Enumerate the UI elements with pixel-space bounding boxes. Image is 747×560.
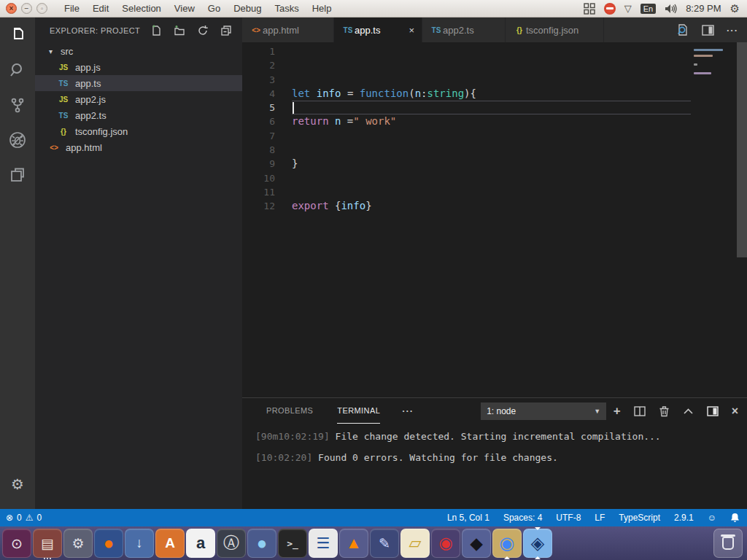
tab-close-icon[interactable]: × <box>404 25 414 36</box>
new-folder-icon[interactable] <box>174 25 185 36</box>
kill-terminal-trash-icon[interactable] <box>659 405 670 417</box>
color-picker-icon[interactable]: ✎ <box>370 529 399 558</box>
terminal-app-icon[interactable]: >_ <box>278 529 307 558</box>
language-mode-status[interactable]: TypeScript <box>619 513 660 523</box>
ubuntu-launcher-icon[interactable]: ⊙ <box>2 529 31 558</box>
tab-app2-ts[interactable]: TS app2.ts <box>422 18 506 42</box>
minimap[interactable] <box>691 42 737 397</box>
inkscape-icon[interactable]: ◆ <box>462 529 491 558</box>
indentation-status[interactable]: Spaces: 4 <box>503 513 542 523</box>
amazon-icon[interactable]: a <box>186 529 215 558</box>
problems-summary[interactable]: ⊗ 0 ⚠ 0 <box>0 513 42 523</box>
menu-help[interactable]: Help <box>306 0 338 18</box>
more-actions-icon[interactable]: ··· <box>727 25 738 36</box>
code-line-7[interactable]: 7 <box>242 129 691 143</box>
system-settings-icon[interactable]: ⚙ <box>63 529 93 558</box>
code-line-5-current[interactable]: 5 <box>242 101 691 114</box>
panel-more-icon[interactable]: ··· <box>402 405 414 416</box>
window-minimize-button[interactable]: − <box>21 3 32 14</box>
tree-item-app-js[interactable]: JS app.js <box>35 59 242 75</box>
explorer-sidebar: EXPLORER: PROJECT ▾ src JS app.js TS app… <box>35 18 242 509</box>
code-line-6[interactable]: 6return n =" work" <box>242 114 691 128</box>
typescript-version-status[interactable]: 2.9.1 <box>674 513 694 523</box>
clock[interactable]: 8:29 PM <box>686 3 721 14</box>
menu-go[interactable]: Go <box>201 0 227 18</box>
software-updater-icon[interactable]: ↓ <box>125 529 154 558</box>
menu-edit[interactable]: Edit <box>86 0 115 18</box>
code-editor[interactable]: 1 2 3 4let info = function(n:string){ 5 … <box>242 42 747 397</box>
feedback-smiley-icon[interactable]: ☺ <box>708 513 716 523</box>
cursor-position-status[interactable]: Ln 5, Col 1 <box>447 513 489 523</box>
chrome-icon[interactable]: ◉ <box>492 529 522 558</box>
new-file-icon[interactable] <box>150 25 162 36</box>
line-number: 11 <box>242 185 292 199</box>
volume-icon[interactable] <box>665 4 677 14</box>
tab-app-html[interactable]: <> app.html <box>242 18 334 42</box>
tree-item-tsconfig-json[interactable]: {} tsconfig.json <box>35 123 242 139</box>
encoding-status[interactable]: UTF-8 <box>556 513 581 523</box>
toggle-panel-layout-icon[interactable] <box>707 405 719 417</box>
session-gear-icon[interactable]: ⚙ <box>730 2 740 15</box>
activity-debug-icon[interactable] <box>0 122 35 158</box>
open-preview-icon[interactable] <box>676 23 689 36</box>
trash-icon[interactable] <box>713 529 743 558</box>
menu-selection[interactable]: Selection <box>115 0 167 18</box>
screen-recorder-icon[interactable]: ◉ <box>431 529 460 558</box>
activity-source-control-icon[interactable] <box>0 88 35 122</box>
split-terminal-icon[interactable] <box>634 405 646 417</box>
refresh-icon[interactable] <box>197 25 209 36</box>
file-manager-icon[interactable]: ▤ <box>33 529 62 558</box>
libreoffice-writer-icon[interactable]: ☰ <box>309 529 338 558</box>
activity-extensions-icon[interactable] <box>0 158 35 192</box>
scrollbar-thumb[interactable] <box>737 42 747 257</box>
tab-app-ts[interactable]: TS app.ts × <box>334 18 422 42</box>
menu-file[interactable]: File <box>58 0 86 18</box>
collapse-all-icon[interactable] <box>220 25 232 36</box>
manage-gear-icon[interactable]: ⚙ <box>0 467 35 502</box>
close-panel-icon[interactable]: × <box>732 405 738 418</box>
libreoffice-draw-icon[interactable]: ▱ <box>400 529 430 558</box>
tree-item-app2-ts[interactable]: TS app2.ts <box>35 107 242 123</box>
code-line-2[interactable]: 2 <box>242 58 691 72</box>
activity-explorer-icon[interactable] <box>0 18 35 52</box>
menu-debug[interactable]: Debug <box>227 0 268 18</box>
maximize-panel-chevron-icon[interactable] <box>683 408 694 415</box>
menu-view[interactable]: View <box>168 0 201 18</box>
ubuntu-software-icon[interactable]: A <box>155 529 185 558</box>
firefox-icon[interactable]: ● <box>94 529 123 558</box>
code-line-11[interactable]: 11 <box>242 185 691 199</box>
vlc-icon[interactable]: ▲ <box>339 529 368 558</box>
keyboard-layout-indicator[interactable]: En <box>640 4 656 14</box>
app-grid-icon[interactable] <box>584 3 595 15</box>
code-line-4[interactable]: 4let info = function(n:string){ <box>242 87 691 101</box>
split-editor-icon[interactable] <box>702 24 714 36</box>
water-drop-app-icon[interactable]: ● <box>247 529 276 558</box>
do-not-disturb-icon[interactable] <box>604 3 616 15</box>
window-close-button[interactable]: × <box>6 3 17 14</box>
notifications-bell-icon[interactable] <box>730 513 740 523</box>
software-center-icon[interactable]: Ⓐ <box>217 529 246 558</box>
tree-item-app2-js[interactable]: JS app2.js <box>35 91 242 107</box>
code-line-8[interactable]: 8 <box>242 143 691 157</box>
code-line-12[interactable]: 12export {info} <box>242 199 691 213</box>
code-line-3[interactable]: 3 <box>242 73 691 87</box>
editor-scrollbar[interactable] <box>737 42 747 397</box>
tree-item-src[interactable]: ▾ src <box>35 43 242 59</box>
code-line-1[interactable]: 1 <box>242 44 691 58</box>
tree-item-app-html[interactable]: <> app.html <box>35 139 242 155</box>
window-maximize-button[interactable]: ▫ <box>36 3 47 14</box>
new-terminal-icon[interactable]: + <box>614 405 621 417</box>
terminal-select-dropdown[interactable]: 1: node ▼ <box>481 402 606 420</box>
activity-search-icon[interactable] <box>0 52 35 88</box>
code-line-9[interactable]: 9} <box>242 157 691 171</box>
tab-terminal[interactable]: TERMINAL <box>337 398 380 424</box>
tree-item-app-ts[interactable]: TS app.ts <box>35 75 242 91</box>
tab-problems[interactable]: PROBLEMS <box>266 398 313 424</box>
menu-tasks[interactable]: Tasks <box>268 0 305 18</box>
vscode-icon[interactable]: ◈ <box>523 529 552 558</box>
eol-status[interactable]: LF <box>595 513 605 523</box>
network-icon[interactable]: ▽ <box>624 3 632 14</box>
code-line-10[interactable]: 10 <box>242 171 691 185</box>
terminal-output[interactable]: [90m10:02:19] File change detected. Star… <box>242 424 747 463</box>
tab-tsconfig-json[interactable]: {} tsconfig.json <box>506 18 604 42</box>
